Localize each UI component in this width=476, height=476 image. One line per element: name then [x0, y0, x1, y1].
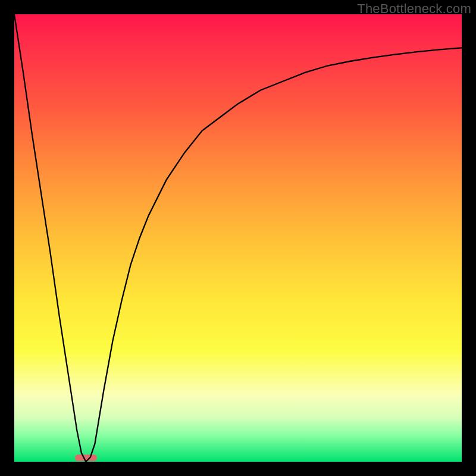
- bottleneck-curve: [14, 14, 462, 462]
- curve-path: [14, 14, 462, 462]
- chart-frame: TheBottleneck.com: [0, 0, 476, 476]
- plot-area: [14, 14, 462, 462]
